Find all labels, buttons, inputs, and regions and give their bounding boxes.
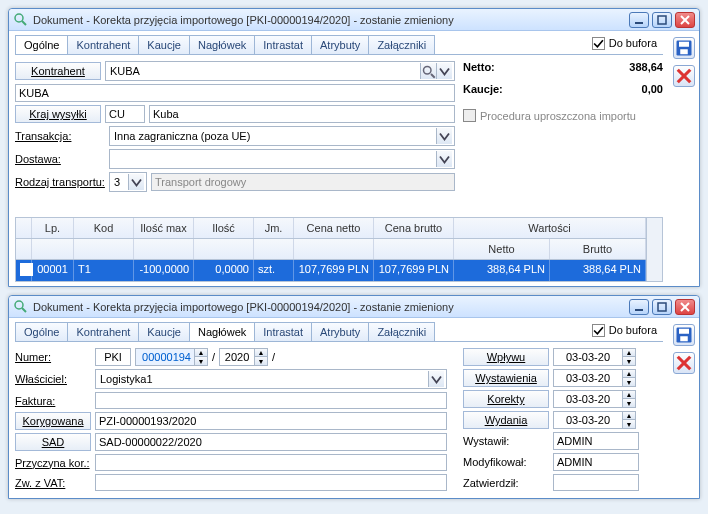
kontrahent-button[interactable]: Kontrahent	[15, 62, 101, 80]
faktura-input[interactable]	[95, 392, 447, 409]
col-kod[interactable]: Kod	[74, 218, 134, 238]
save-button[interactable]	[673, 37, 695, 59]
wplywu-date[interactable]: 03-03-20	[553, 348, 623, 366]
chevron-down-icon[interactable]	[436, 128, 452, 144]
svg-line-1	[22, 21, 26, 25]
wydania-button[interactable]: Wydania	[463, 411, 549, 429]
tab-kontrahent[interactable]: Kontrahent	[67, 35, 139, 54]
wlasciciel-label: Właściciel:	[15, 373, 91, 385]
procedura-label: Procedura uproszczona importu	[480, 110, 636, 122]
wlasciciel-select[interactable]: Logistyka1	[98, 372, 428, 386]
cancel-button[interactable]	[673, 65, 695, 87]
numer-prefix[interactable]: PKI	[95, 348, 131, 366]
maximize-button[interactable]	[652, 299, 672, 315]
wystawienia-button[interactable]: Wystawienia	[463, 369, 549, 387]
wystawienia-date[interactable]: 03-03-20	[553, 369, 623, 387]
col-cenabrutto[interactable]: Cena brutto	[374, 218, 454, 238]
spin-up-icon[interactable]: ▲	[195, 349, 207, 357]
tab-kaucje[interactable]: Kaucje	[138, 322, 190, 341]
chevron-down-icon[interactable]	[436, 151, 452, 167]
kontrahent-name-input[interactable]: KUBA	[15, 84, 455, 102]
kraj-name-input[interactable]: Kuba	[149, 105, 455, 123]
col-iloscmax[interactable]: Ilość max	[134, 218, 194, 238]
korygowana-button[interactable]: Korygowana	[15, 412, 91, 430]
tab-ogolne[interactable]: Ogólne	[15, 35, 68, 54]
kaucje-value: 0,00	[642, 83, 663, 95]
spin-down-icon[interactable]: ▼	[623, 399, 635, 407]
wplywu-button[interactable]: Wpływu	[463, 348, 549, 366]
titlebar: Dokument - Korekta przyjęcia importowego…	[9, 296, 699, 318]
transakcja-label: Transakcja:	[15, 130, 105, 142]
col-cenanetto[interactable]: Cena netto	[294, 218, 374, 238]
zatwierdzil-value	[553, 474, 639, 491]
kraj-code-input[interactable]: CU	[105, 105, 145, 123]
numer-year[interactable]: 2020	[219, 348, 255, 366]
korekty-date[interactable]: 03-03-20	[553, 390, 623, 408]
tab-zalaczniki[interactable]: Załączniki	[368, 322, 435, 341]
korekty-button[interactable]: Korekty	[463, 390, 549, 408]
rodzaj-select[interactable]: 3	[112, 175, 128, 189]
sad-button[interactable]: SAD	[15, 433, 91, 451]
spin-down-icon[interactable]: ▼	[623, 357, 635, 365]
table-row[interactable]: 00001 T1 -100,0000 0,0000 szt. 107,7699 …	[16, 260, 646, 281]
chevron-down-icon[interactable]	[436, 63, 452, 79]
window-document-header: Dokument - Korekta przyjęcia importowego…	[8, 295, 700, 499]
minimize-button[interactable]	[629, 12, 649, 28]
dostawa-select[interactable]	[112, 158, 436, 160]
spin-up-icon[interactable]: ▲	[623, 370, 635, 378]
col-ilosc[interactable]: Ilość	[194, 218, 254, 238]
spin-down-icon[interactable]: ▼	[623, 378, 635, 386]
spin-up-icon[interactable]: ▲	[623, 412, 635, 420]
col-wartosci[interactable]: Wartości	[454, 218, 646, 238]
zwvat-input[interactable]	[95, 474, 447, 491]
close-button[interactable]	[675, 299, 695, 315]
kontrahent-code-input[interactable]: KUBA	[108, 64, 420, 78]
col-netto[interactable]: Netto	[454, 239, 550, 259]
korygowana-input[interactable]: PZI-00000193/2020	[95, 412, 447, 430]
spin-down-icon[interactable]: ▼	[195, 357, 207, 365]
procedura-checkbox[interactable]	[463, 109, 476, 122]
kraj-button[interactable]: Kraj wysyłki	[15, 105, 101, 123]
tab-intrastat[interactable]: Intrastat	[254, 322, 312, 341]
bufora-checkbox[interactable]	[592, 37, 605, 50]
tab-ogolne[interactable]: Ogólne	[15, 322, 68, 341]
close-button[interactable]	[675, 12, 695, 28]
wydania-date[interactable]: 03-03-20	[553, 411, 623, 429]
tab-naglowek[interactable]: Nagłówek	[189, 35, 255, 54]
col-brutto[interactable]: Brutto	[550, 239, 646, 259]
save-button[interactable]	[673, 324, 695, 346]
tab-kontrahent[interactable]: Kontrahent	[67, 322, 139, 341]
search-icon[interactable]	[420, 63, 436, 79]
transakcja-select[interactable]: Inna zagraniczna (poza UE)	[112, 129, 436, 143]
svg-rect-9	[679, 42, 689, 47]
chevron-down-icon[interactable]	[428, 371, 444, 387]
numer-num[interactable]: 00000194	[135, 348, 195, 366]
tab-zalaczniki[interactable]: Załączniki	[368, 35, 435, 54]
tab-naglowek[interactable]: Nagłówek	[189, 322, 255, 341]
svg-point-13	[15, 301, 23, 309]
doc-icon	[13, 12, 29, 28]
svg-line-14	[22, 308, 26, 312]
minimize-button[interactable]	[629, 299, 649, 315]
kaucje-label: Kaucje:	[463, 83, 503, 95]
tab-intrastat[interactable]: Intrastat	[254, 35, 312, 54]
spin-down-icon[interactable]: ▼	[623, 420, 635, 428]
spin-up-icon[interactable]: ▲	[623, 349, 635, 357]
przyczyna-input[interactable]	[95, 454, 447, 471]
rodzaj-label: Rodzaj transportu:	[15, 176, 105, 188]
items-grid: Lp. Kod Ilość max Ilość Jm. Cena netto C…	[15, 217, 663, 282]
spin-up-icon[interactable]: ▲	[255, 349, 267, 357]
chevron-down-icon[interactable]	[128, 174, 144, 190]
bufora-checkbox[interactable]	[592, 324, 605, 337]
tab-atrybuty[interactable]: Atrybuty	[311, 35, 369, 54]
tab-atrybuty[interactable]: Atrybuty	[311, 322, 369, 341]
scrollbar[interactable]	[646, 218, 662, 281]
col-lp[interactable]: Lp.	[32, 218, 74, 238]
cancel-button[interactable]	[673, 352, 695, 374]
spin-up-icon[interactable]: ▲	[623, 391, 635, 399]
col-jm[interactable]: Jm.	[254, 218, 294, 238]
sad-input[interactable]: SAD-00000022/2020	[95, 433, 447, 451]
spin-down-icon[interactable]: ▼	[255, 357, 267, 365]
maximize-button[interactable]	[652, 12, 672, 28]
tab-kaucje[interactable]: Kaucje	[138, 35, 190, 54]
